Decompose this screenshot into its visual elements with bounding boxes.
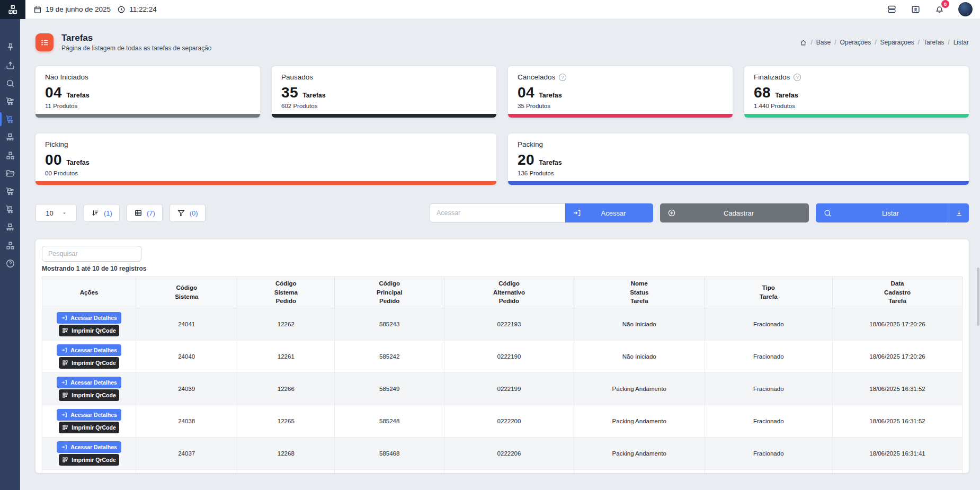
help-tooltip-icon[interactable]: ? <box>794 74 801 81</box>
stat-products: 35 Produtos <box>518 103 723 109</box>
sidebar-item-folder[interactable] <box>0 164 20 182</box>
data-cadastro-cell: 18/06/2025 17:20:26 <box>833 308 963 341</box>
actions-cell: Acessar Detalhes Imprimir QrCode <box>42 438 136 470</box>
stat-value: 35 <box>281 84 298 101</box>
access-button[interactable]: Acessar <box>565 203 653 222</box>
calendar-icon <box>33 5 42 14</box>
home-icon[interactable] <box>800 39 807 46</box>
codigo-sistema-cell: 24037 <box>136 438 237 470</box>
access-input[interactable] <box>430 203 565 222</box>
columns-button[interactable]: (7) <box>127 204 163 222</box>
access-details-button[interactable]: Acessar Detalhes <box>57 312 121 324</box>
stat-unit: Tarefas <box>66 159 90 166</box>
access-details-button[interactable]: Acessar Detalhes <box>57 344 121 356</box>
print-qrcode-button[interactable]: Imprimir QrCode <box>59 357 119 369</box>
sidebar-item-search[interactable] <box>0 74 20 92</box>
help-tooltip-icon[interactable]: ? <box>559 74 566 81</box>
codigo-alternativo-pedido-cell: 0222200 <box>444 405 574 438</box>
vertical-scrollbar[interactable] <box>977 268 979 326</box>
table-search-input[interactable] <box>42 246 141 262</box>
boxes-icon <box>5 240 15 251</box>
sidebar-item-cart-boxes-2[interactable] <box>0 182 20 200</box>
sidebar-item-tasks-active[interactable] <box>0 110 20 128</box>
stat-color-bar <box>35 114 260 118</box>
stat-color-bar <box>744 114 969 118</box>
conveyor-icon <box>5 222 15 233</box>
stat-unit: Tarefas <box>302 92 326 99</box>
server-icon[interactable] <box>887 4 897 14</box>
codigo-principal-pedido-cell: 585243 <box>335 308 444 341</box>
login-arrow-icon <box>61 379 67 386</box>
stat-color-bar <box>508 181 969 185</box>
sidebar-item-cart-box-2[interactable] <box>0 200 20 218</box>
list-toolbar: 10 (1) (7) <box>35 203 969 222</box>
status-cell: Packing Andamento <box>574 438 705 470</box>
print-qrcode-button[interactable]: Imprimir QrCode <box>59 389 119 401</box>
register-button[interactable]: Cadastrar <box>660 203 809 222</box>
tipo-cell: Fracionado <box>705 405 832 438</box>
page-size-value: 10 <box>46 209 53 217</box>
breadcrumb-operacoes[interactable]: Operações <box>840 39 871 46</box>
help-icon <box>5 259 15 269</box>
sort-button[interactable]: (1) <box>84 204 120 222</box>
print-qrcode-button[interactable]: Imprimir QrCode <box>59 422 119 433</box>
process-cards-row: Picking 00 Tarefas 00 Produtos Packing 2… <box>35 133 969 185</box>
chevron-down-icon <box>62 211 67 216</box>
stat-products: 00 Produtos <box>45 170 487 176</box>
sidebar-item-pin[interactable] <box>0 38 20 56</box>
print-qrcode-button[interactable]: Imprimir QrCode <box>59 325 119 336</box>
stat-value: 04 <box>45 84 62 101</box>
page-size-select[interactable]: 10 <box>35 204 77 222</box>
records-summary: Mostrando 1 até 10 de 10 registros <box>42 265 963 272</box>
login-arrow-icon <box>61 444 67 450</box>
user-avatar[interactable] <box>958 2 973 16</box>
sidebar-item-conveyor-2[interactable] <box>0 218 20 236</box>
stat-label: Finalizados <box>754 73 790 81</box>
data-cadastro-cell: 18/06/2025 16:31:41 <box>833 438 963 470</box>
plus-circle-icon <box>667 209 676 217</box>
funnel-icon <box>177 209 185 217</box>
boxes-icon <box>5 150 15 161</box>
codigo-alternativo-pedido-cell: 0222206 <box>444 438 574 470</box>
id-card-icon[interactable] <box>911 4 921 14</box>
notifications-bell[interactable]: 0 <box>934 4 945 14</box>
download-button[interactable] <box>949 203 969 222</box>
codigo-sistema-cell: 24039 <box>136 373 237 405</box>
sidebar-item-conveyor[interactable] <box>0 128 20 146</box>
breadcrumb-tarefas[interactable]: Tarefas <box>923 39 944 46</box>
search-icon <box>5 78 15 88</box>
current-date: 19 de junho de 2025 <box>46 5 111 13</box>
breadcrumb-base[interactable]: Base <box>816 39 831 46</box>
sidebar-item-boxes-2[interactable] <box>0 236 20 254</box>
sidebar-item-boxes[interactable] <box>0 146 20 164</box>
breadcrumb-separacoes[interactable]: Separações <box>880 39 914 46</box>
col-codigo-principal-pedido: Código Principal Pedido <box>335 277 444 308</box>
list-button[interactable]: Listar <box>816 203 969 222</box>
clock-icon <box>117 5 126 14</box>
access-details-button[interactable]: Acessar Detalhes <box>57 409 121 421</box>
folder-open-icon <box>5 168 15 179</box>
stat-label: Cancelados <box>518 73 555 81</box>
sidebar-item-cart-boxes[interactable] <box>0 92 20 110</box>
codigo-sistema-pedido-cell: 12261 <box>237 341 335 373</box>
stat-value: 00 <box>45 152 62 168</box>
stat-products: 11 Produtos <box>45 103 251 109</box>
access-details-label: Acessar Detalhes <box>70 444 117 450</box>
print-qrcode-button[interactable]: Imprimir QrCode <box>59 454 119 466</box>
col-codigo-sistema: Código Sistema <box>136 277 237 308</box>
breadcrumb-listar[interactable]: Listar <box>954 39 969 46</box>
sidebar-item-upload[interactable] <box>0 56 20 74</box>
filter-button[interactable]: (0) <box>170 204 206 222</box>
access-details-button[interactable]: Acessar Detalhes <box>57 377 121 388</box>
print-qrcode-label: Imprimir QrCode <box>72 327 115 334</box>
access-button-label: Acessar <box>581 209 646 217</box>
actions-cell: Acessar Detalhes Imprimir QrCode <box>42 470 136 473</box>
actions-cell: Acessar Detalhes Imprimir QrCode <box>42 308 136 341</box>
sidebar-item-help[interactable] <box>0 254 20 272</box>
codigo-sistema-pedido-cell: 12266 <box>237 373 335 405</box>
stat-unit: Tarefas <box>66 92 90 99</box>
app-logo[interactable] <box>0 0 25 19</box>
codigo-alternativo-pedido-cell: 0222190 <box>444 341 574 373</box>
stat-products: 602 Produtos <box>281 103 487 109</box>
access-details-button[interactable]: Acessar Detalhes <box>57 441 121 453</box>
